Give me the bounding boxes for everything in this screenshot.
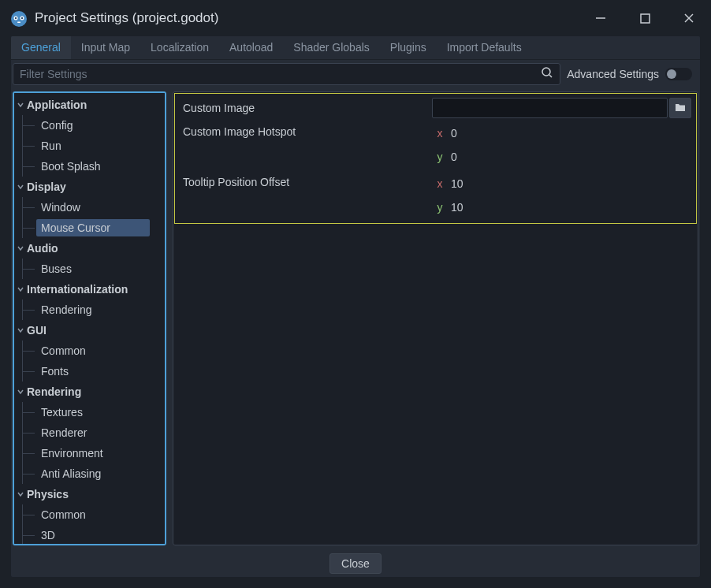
tree-item-run[interactable]: Run [14,136,165,156]
tab-autoload[interactable]: Autoload [219,36,283,59]
tree-item-label: Run [36,137,66,154]
tree-category-gui[interactable]: GUI [14,320,165,341]
svg-point-4 [21,17,23,19]
chevron-down-icon [16,285,25,293]
tree-category-label: GUI [27,324,47,337]
tree-item-anti-aliasing[interactable]: Anti Aliasing [14,463,165,484]
tree-category-label: Physics [27,488,69,501]
search-icon [541,66,553,82]
axis-y-label: y [432,151,448,163]
tooltip-offset-x-input[interactable] [448,177,691,190]
filter-settings-input[interactable] [17,65,541,84]
svg-point-3 [15,17,17,19]
tree-item-label: Buses [36,260,76,277]
close-window-button[interactable] [676,6,702,31]
tab-plugins[interactable]: Plugins [380,36,437,59]
svg-rect-5 [17,22,20,24]
tree-category-physics[interactable]: Physics [14,484,165,504]
tab-localization[interactable]: Localization [140,36,219,59]
tree-item-label: Boot Splash [36,158,106,175]
tree-item-label: Common [36,506,91,523]
tree-category-audio[interactable]: Audio [14,238,165,259]
tree-item-label: Textures [36,404,87,421]
tree-category-display[interactable]: Display [14,177,165,197]
close-button[interactable]: Close [329,553,382,574]
tree-category-label: Application [27,99,87,111]
tree-item-label: Environment [36,445,108,462]
svg-rect-7 [641,14,650,23]
tree-item-config[interactable]: Config [14,115,165,136]
search-field-wrap [13,63,560,85]
tree-category-label: Rendering [27,385,81,398]
tree-item-renderer[interactable]: Renderer [14,422,165,443]
tree-item-3d[interactable]: 3D [14,525,165,545]
axis-y-label: y [432,201,448,214]
titlebar: Project Settings (project.godot) [0,0,711,36]
tab-shader-globals[interactable]: Shader Globals [283,36,380,59]
tooltip-offset-y-input[interactable] [448,201,691,214]
settings-tree[interactable]: ApplicationConfigRunBoot SplashDisplayWi… [13,91,166,545]
tree-category-label: Internationalization [27,283,128,296]
window-title: Project Settings (project.godot) [35,10,588,26]
tree-item-label: Fonts [36,363,73,380]
prop-label-custom-image-hotspot: Custom Image Hotspot [180,123,432,138]
tree-item-label: Config [36,117,77,134]
tree-item-mouse-cursor[interactable]: Mouse Cursor [14,218,165,238]
chevron-down-icon [16,326,25,334]
tree-item-label: Renderer [36,424,91,441]
tree-item-rendering[interactable]: Rendering [14,300,165,320]
custom-image-hotspot-y-input[interactable] [448,151,691,163]
tree-item-textures[interactable]: Textures [14,402,165,422]
tree-item-common[interactable]: Common [14,504,165,525]
tree-item-label: Window [36,199,85,216]
tree-item-buses[interactable]: Buses [14,259,165,279]
tab-general[interactable]: General [11,36,71,59]
tree-item-label: 3D [36,527,60,544]
svg-point-0 [11,11,27,27]
tree-item-environment[interactable]: Environment [14,443,165,463]
axis-x-label: x [432,127,448,140]
tab-import-defaults[interactable]: Import Defaults [437,36,532,59]
chevron-down-icon [16,490,25,498]
tree-item-window[interactable]: Window [14,197,165,218]
maximize-button[interactable] [632,6,657,31]
tree-category-label: Display [27,180,66,193]
tree-category-label: Audio [27,242,58,255]
tree-category-rendering[interactable]: Rendering [14,381,165,402]
tab-input-map[interactable]: Input Map [71,36,140,59]
tabs: GeneralInput MapLocalizationAutoloadShad… [11,36,700,60]
advanced-settings-toggle[interactable] [665,68,692,80]
axis-x-label: x [432,177,448,190]
app-icon [9,9,28,28]
chevron-down-icon [16,244,25,252]
tree-item-common[interactable]: Common [14,341,165,361]
tree-category-internationalization[interactable]: Internationalization [14,279,165,300]
tree-item-label: Mouse Cursor [36,219,150,236]
prop-label-custom-image: Custom Image [180,102,432,114]
folder-icon [675,101,686,115]
tree-item-boot-splash[interactable]: Boot Splash [14,156,165,177]
tree-item-label: Common [36,342,91,359]
prop-label-tooltip-position-offset: Tooltip Position Offset [180,173,432,188]
chevron-down-icon [16,388,25,396]
browse-file-button[interactable] [669,98,691,118]
properties-pane: Custom Image Custom Image Hotspot [173,91,698,545]
tree-category-application[interactable]: Application [14,95,165,115]
custom-image-hotspot-x-input[interactable] [448,127,691,140]
chevron-down-icon [16,101,25,109]
advanced-settings-label: Advanced Settings [567,68,659,80]
tree-item-label: Anti Aliasing [36,465,106,482]
minimize-button[interactable] [588,6,613,31]
tree-item-fonts[interactable]: Fonts [14,361,165,381]
properties-group: Custom Image Custom Image Hotspot [174,93,697,224]
svg-line-11 [549,75,552,77]
chevron-down-icon [16,183,25,191]
tree-item-label: Rendering [36,301,97,318]
custom-image-input[interactable] [432,98,668,118]
svg-point-10 [542,68,550,76]
